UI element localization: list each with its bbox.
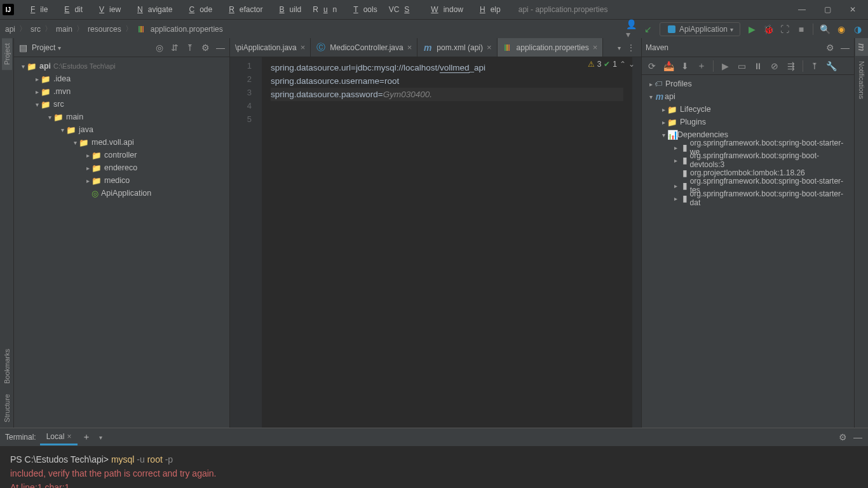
maven-module[interactable]: ▾m api xyxy=(642,90,854,103)
menu-navigate[interactable]: Navigate xyxy=(127,3,177,17)
generate-sources-icon[interactable]: 📥 xyxy=(663,61,674,71)
maven-dep[interactable]: ▸▮org.springframework.boot:spring-boot-s… xyxy=(642,192,854,205)
hide-panel-icon[interactable]: — xyxy=(215,43,226,53)
menu-code[interactable]: Code xyxy=(179,3,217,17)
tree-item-main[interactable]: ▾📁main xyxy=(14,111,229,123)
code-text: vollmed xyxy=(440,63,470,73)
close-button[interactable]: ✕ xyxy=(840,0,865,19)
menu-view[interactable]: View xyxy=(89,3,126,17)
maven-plugins[interactable]: ▸📁Plugins xyxy=(642,116,854,128)
inspections-widget[interactable]: ⚠3 ✔1 ⌃⌄ xyxy=(588,60,635,69)
code-text: Gym030400. xyxy=(383,90,432,99)
menu-window[interactable]: Window xyxy=(421,3,468,17)
run-maven-icon[interactable]: ▶ xyxy=(720,61,730,71)
menu-tools[interactable]: Tools xyxy=(343,3,382,17)
editor[interactable]: 1 2 3 4 5 spring.datasource.url=jdbc:mys… xyxy=(230,57,641,428)
tree-item-src[interactable]: ▾📁src xyxy=(14,98,229,111)
left-tool-stripe: Project Bookmarks Structure xyxy=(0,38,14,428)
project-tool-button[interactable]: Project xyxy=(2,38,12,70)
execute-goal-icon[interactable]: ▭ xyxy=(736,61,747,71)
show-deps-icon[interactable]: ⇶ xyxy=(786,61,796,71)
panel-settings-icon[interactable]: ⚙ xyxy=(825,43,835,53)
crumb-resources[interactable]: resources xyxy=(88,25,121,34)
close-icon[interactable]: × xyxy=(67,432,71,441)
expand-all-icon[interactable]: ⇵ xyxy=(170,43,180,53)
reload-icon[interactable]: ⟳ xyxy=(647,61,657,71)
select-opened-file-icon[interactable]: ◎ xyxy=(154,43,165,53)
project-tree[interactable]: ▾📁 api C:\Estudos Tech\api ▸📁.idea ▸📁.mv… xyxy=(14,57,229,202)
tree-item-medico[interactable]: ▸📁medico xyxy=(14,174,229,187)
close-icon[interactable]: × xyxy=(407,43,412,52)
maven-lifecycle[interactable]: ▸📁Lifecycle xyxy=(642,103,854,116)
maven-profiles[interactable]: ▸🏷Profiles xyxy=(642,78,854,90)
menu-file[interactable]: File xyxy=(20,3,53,17)
tree-item-controller[interactable]: ▸📁controller xyxy=(14,149,229,161)
collapse-icon[interactable]: ⤒ xyxy=(810,61,820,71)
tree-item-pkg[interactable]: ▾📁med.voll.api xyxy=(14,136,229,149)
tab-pom[interactable]: m pom.xml (api)× xyxy=(417,38,497,57)
close-icon[interactable]: × xyxy=(301,43,306,52)
ide-updates-icon[interactable]: ◉ xyxy=(836,24,846,34)
breadcrumbs[interactable]: api〉 src〉 main〉 resources〉 application.p… xyxy=(5,24,223,34)
maven-tree[interactable]: ▸🏷Profiles ▾m api ▸📁Lifecycle ▸📁Plugins … xyxy=(642,75,854,207)
menu-refactor[interactable]: Refactor xyxy=(219,3,268,17)
terminal-body[interactable]: PS C:\Estudos Tech\api> mysql -u root -p… xyxy=(0,446,868,488)
project-panel-title[interactable]: Project xyxy=(32,43,61,52)
user-icon[interactable]: 👤▾ xyxy=(627,24,637,34)
run-coverage-icon[interactable]: ⛶ xyxy=(780,24,790,34)
debug-button-icon[interactable]: 🐞 xyxy=(763,24,773,34)
maven-settings-icon[interactable]: 🔧 xyxy=(826,61,836,71)
terminal-tab-local[interactable]: Local × xyxy=(40,430,78,445)
hide-panel-icon[interactable]: — xyxy=(840,43,850,53)
crumb-file[interactable]: application.properties xyxy=(151,25,223,34)
run-button-icon[interactable]: ▶ xyxy=(747,24,757,34)
vcs-update-icon[interactable]: ↙ xyxy=(643,24,653,34)
minimize-button[interactable]: — xyxy=(789,0,815,19)
tab-options-icon[interactable]: ⋮ xyxy=(627,43,635,52)
tree-item-label: main xyxy=(66,112,83,121)
panel-settings-icon[interactable]: ⚙ xyxy=(200,43,210,53)
tab-medicocontroller[interactable]: Ⓒ MedicoController.java× xyxy=(311,38,417,57)
download-icon[interactable]: ⬇ xyxy=(680,61,690,71)
tree-root[interactable]: ▾📁 api C:\Estudos Tech\api xyxy=(14,60,229,72)
search-everywhere-icon[interactable]: 🔍 xyxy=(820,24,830,34)
menu-run[interactable]: Run xyxy=(308,3,342,17)
code-content[interactable]: spring.datasource.url=jdbc:mysql://local… xyxy=(262,57,632,428)
maximize-button[interactable]: ▢ xyxy=(815,0,840,19)
crumb-api[interactable]: api xyxy=(5,25,15,34)
menu-build[interactable]: Build xyxy=(269,3,307,17)
close-icon[interactable]: × xyxy=(593,43,598,52)
skip-tests-icon[interactable]: ⊘ xyxy=(770,61,780,71)
tree-item-java[interactable]: ▾📁java xyxy=(14,123,229,136)
tab-properties[interactable]: application.properties× xyxy=(498,38,604,57)
tree-root-path: C:\Estudos Tech\api xyxy=(53,62,116,70)
notifications-tool-button[interactable]: Notifications xyxy=(857,56,867,104)
terminal-options-icon[interactable] xyxy=(95,432,105,442)
collapse-all-icon[interactable]: ⤒ xyxy=(185,43,195,53)
crumb-main[interactable]: main xyxy=(56,25,72,34)
run-configuration-selector[interactable]: ApiApplication xyxy=(660,22,740,36)
maven-tool-button[interactable]: m xyxy=(855,38,868,56)
maven-dep[interactable]: ▸▮org.springframework.boot:spring-boot-d… xyxy=(642,154,854,166)
close-icon[interactable]: × xyxy=(487,43,492,52)
new-terminal-icon[interactable]: ＋ xyxy=(81,432,92,442)
bookmarks-tool-button[interactable]: Bookmarks xyxy=(2,344,12,389)
more-tabs-icon[interactable] xyxy=(618,43,621,52)
tree-item-mvn[interactable]: ▸📁.mvn xyxy=(14,85,229,98)
menu-edit[interactable]: Edit xyxy=(54,3,88,17)
add-icon[interactable]: ＋ xyxy=(696,61,707,71)
tree-item-app[interactable]: ApiApplication xyxy=(14,187,229,200)
tab-application-java[interactable]: \piApplication.java× xyxy=(230,38,311,57)
menu-help[interactable]: Help xyxy=(470,3,506,17)
hide-panel-icon[interactable]: — xyxy=(853,432,863,442)
panel-settings-icon[interactable]: ⚙ xyxy=(837,432,848,442)
tree-item-endereco[interactable]: ▸📁endereco xyxy=(14,161,229,174)
crumb-src[interactable]: src xyxy=(31,25,41,34)
editor-scrollbar[interactable] xyxy=(632,57,641,428)
toggle-offline-icon[interactable]: ⏸ xyxy=(753,61,763,71)
tree-item-idea[interactable]: ▸📁.idea xyxy=(14,72,229,85)
stop-button-icon[interactable]: ■ xyxy=(796,24,806,34)
menu-vcs[interactable]: VCS xyxy=(384,3,420,17)
settings-sync-icon[interactable]: ◑ xyxy=(853,24,863,34)
structure-tool-button[interactable]: Structure xyxy=(2,389,12,428)
